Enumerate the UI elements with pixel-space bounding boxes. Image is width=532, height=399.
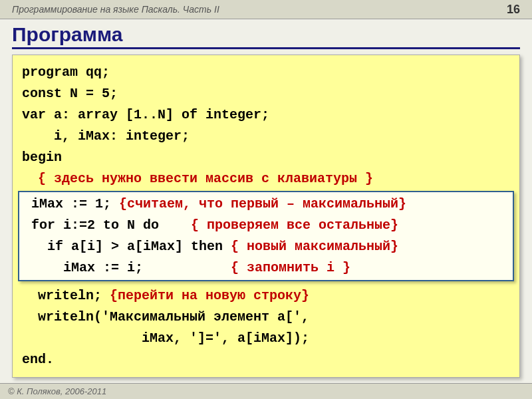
footer: © К. Поляков, 2006-2011 bbox=[0, 383, 532, 399]
code-line: writeln('Максимальный элемент a[', bbox=[22, 309, 309, 325]
code-line: end. bbox=[22, 352, 54, 367]
code-line: iMax := i; bbox=[23, 260, 231, 275]
highlight-box: iMax := 1; {считаем, что первый – максим… bbox=[18, 191, 514, 281]
code-line: iMax := 1; bbox=[23, 196, 119, 211]
code-comment: { новый максимальный} bbox=[231, 239, 398, 254]
code-comment: { здесь нужно ввести массив с клавиатуры… bbox=[22, 171, 373, 186]
code-line: begin bbox=[22, 150, 62, 165]
code-comment: { проверяем все остальные} bbox=[191, 217, 398, 233]
code-line: i, iMax: integer; bbox=[22, 128, 190, 144]
code-line: var a: array [1..N] of integer; bbox=[22, 107, 269, 122]
course-title: Программирование на языке Паскаль. Часть… bbox=[12, 4, 219, 15]
code-block: program qq; const N = 5; var a: array [1… bbox=[12, 55, 520, 378]
code-line: const N = 5; bbox=[22, 86, 118, 101]
code-line: if a[i] > a[iMax] then bbox=[23, 239, 231, 254]
page-number: 16 bbox=[507, 3, 520, 17]
code-comment: {перейти на новую строку} bbox=[110, 288, 309, 303]
slide-title: Программа bbox=[12, 23, 520, 49]
code-comment: {считаем, что первый – максимальный} bbox=[119, 196, 406, 211]
header-bar: Программирование на языке Паскаль. Часть… bbox=[0, 0, 532, 19]
code-line: for i:=2 to N do bbox=[23, 217, 191, 233]
code-line: program qq; bbox=[22, 65, 110, 80]
code-line: iMax, ']=', a[iMax]); bbox=[22, 331, 309, 346]
code-comment: { запомнить i } bbox=[231, 260, 350, 275]
code-line: writeln; bbox=[22, 288, 110, 303]
